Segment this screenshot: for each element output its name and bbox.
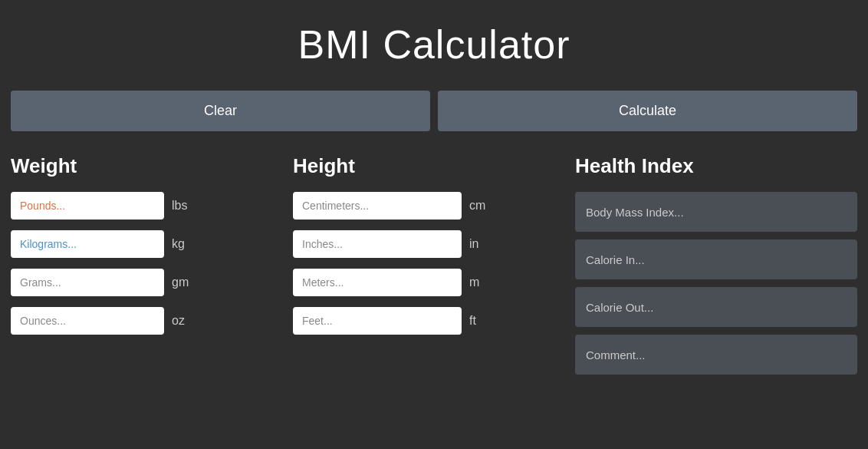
meters-input[interactable] (293, 269, 462, 296)
bmi-output: Body Mass Index... (575, 192, 857, 232)
inches-row: in (293, 230, 575, 258)
grams-unit: gm (172, 276, 195, 289)
ounces-unit: oz (172, 314, 195, 328)
grams-row: gm (11, 269, 293, 296)
inches-unit: in (469, 237, 492, 251)
calorie-in-output: Calorie In... (575, 239, 857, 279)
pounds-row: lbs (11, 192, 293, 220)
centimeters-row: cm (293, 192, 575, 220)
centimeters-unit: cm (469, 199, 492, 213)
health-index-title: Health Index (575, 154, 857, 178)
feet-row: ft (293, 307, 575, 335)
pounds-input[interactable] (11, 192, 164, 220)
feet-input[interactable] (293, 307, 462, 335)
page-title: BMI Calculator (0, 21, 868, 68)
comment-output: Comment... (575, 335, 857, 375)
height-title: Height (293, 154, 575, 178)
health-index-section: Health Index Body Mass Index... Calorie … (575, 154, 857, 382)
calorie-out-output: Calorie Out... (575, 287, 857, 327)
height-section: Height cm in m ft (293, 154, 575, 382)
kilograms-input[interactable] (11, 230, 164, 258)
meters-unit: m (469, 276, 492, 289)
meters-row: m (293, 269, 575, 296)
pounds-unit: lbs (172, 199, 195, 213)
main-content: Weight lbs kg gm oz Height cm in (0, 147, 868, 398)
ounces-row: oz (11, 307, 293, 335)
action-button-row: Clear Calculate (0, 83, 868, 147)
clear-button[interactable]: Clear (11, 91, 430, 131)
weight-section: Weight lbs kg gm oz (11, 154, 293, 382)
inches-input[interactable] (293, 230, 462, 258)
ounces-input[interactable] (11, 307, 164, 335)
calculate-button[interactable]: Calculate (438, 91, 857, 131)
centimeters-input[interactable] (293, 192, 462, 220)
kilograms-row: kg (11, 230, 293, 258)
app-header: BMI Calculator (0, 0, 868, 83)
weight-title: Weight (11, 154, 293, 178)
kilograms-unit: kg (172, 237, 195, 251)
grams-input[interactable] (11, 269, 164, 296)
feet-unit: ft (469, 314, 492, 328)
